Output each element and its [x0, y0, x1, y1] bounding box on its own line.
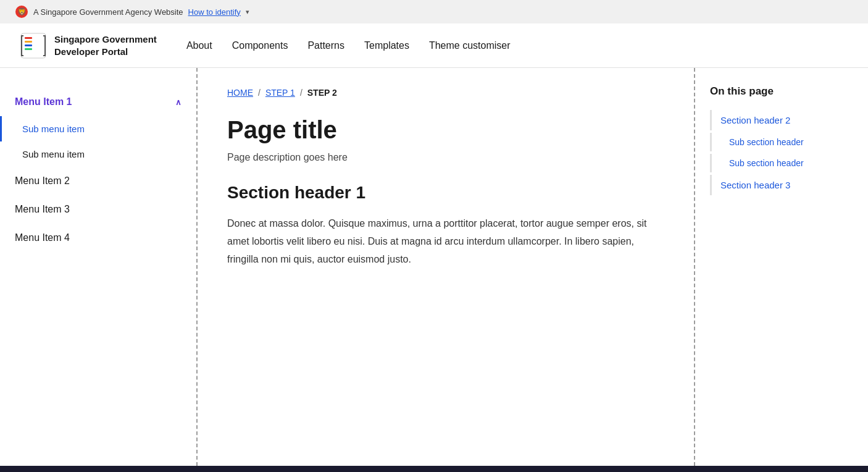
page-title: Page title	[227, 115, 664, 145]
aside: Menu Item 1 ∧ Sub menu item Sub menu ite…	[0, 68, 198, 466]
main-nav: About Components Patterns Templates Them…	[186, 38, 511, 54]
logo-area: Singapore GovernmentDeveloper Portal	[20, 32, 157, 59]
svg-text:🦁: 🦁	[17, 7, 27, 16]
nav-components[interactable]: Components	[232, 38, 288, 54]
logo-icon	[20, 32, 47, 59]
svg-rect-3	[25, 37, 32, 39]
submenu-item-1-1[interactable]: Sub menu item	[0, 116, 196, 141]
toc-section-3[interactable]: Section header 3	[710, 175, 853, 195]
section-body-text: Donec at massa dolor. Quisque maximus, u…	[227, 215, 664, 268]
breadcrumb: HOME / STEP 1 / STEP 2	[227, 88, 664, 98]
breadcrumb-step1[interactable]: STEP 1	[265, 88, 295, 98]
nav-patterns[interactable]: Patterns	[307, 38, 344, 54]
header: Singapore GovernmentDeveloper Portal Abo…	[0, 23, 868, 68]
section-header-1: Section header 1	[227, 183, 664, 203]
svg-rect-5	[25, 44, 32, 46]
nav-theme[interactable]: Theme customiser	[429, 38, 511, 54]
toc-area: On this page Section header 2 Sub sectio…	[695, 68, 868, 466]
nav-about[interactable]: About	[186, 38, 212, 54]
toc-sub-2[interactable]: Sub section header	[710, 154, 853, 172]
menu-item-1[interactable]: Menu Item 1 ∧	[0, 88, 196, 116]
menu-item-4[interactable]: Menu Item 4	[0, 224, 196, 252]
toc-sub-1[interactable]: Sub section header	[710, 133, 853, 151]
breadcrumb-step2: STEP 2	[307, 88, 337, 98]
toc-title: On this page	[710, 85, 853, 98]
breadcrumb-sep-1: /	[258, 88, 261, 98]
logo-text: Singapore GovernmentDeveloper Portal	[54, 33, 157, 57]
nav-templates[interactable]: Templates	[364, 38, 409, 54]
content-area: HOME / STEP 1 / STEP 2 Page title Page d…	[198, 68, 695, 466]
svg-rect-4	[25, 41, 32, 43]
svg-rect-6	[25, 48, 32, 50]
annotation-bar: 1 sgds-aside-area 2 sgds-content-area 3 …	[0, 466, 868, 472]
submenu-item-1-2[interactable]: Sub menu item	[0, 141, 196, 167]
lion-head-icon: 🦁	[15, 5, 28, 19]
toc-section-2[interactable]: Section header 2	[710, 110, 853, 130]
breadcrumb-sep-2: /	[300, 88, 303, 98]
page-description: Page description goes here	[227, 152, 664, 163]
menu-item-1-chevron: ∧	[175, 98, 182, 107]
main-container: Menu Item 1 ∧ Sub menu item Sub menu ite…	[0, 68, 868, 466]
gov-banner: 🦁 A Singapore Government Agency Website …	[0, 0, 868, 23]
menu-item-2[interactable]: Menu Item 2	[0, 167, 196, 195]
menu-item-3[interactable]: Menu Item 3	[0, 195, 196, 224]
gov-banner-text: A Singapore Government Agency Website	[33, 7, 183, 17]
identify-link[interactable]: How to identify	[188, 7, 241, 17]
breadcrumb-home[interactable]: HOME	[227, 88, 253, 98]
identify-chevron: ▾	[246, 8, 249, 16]
